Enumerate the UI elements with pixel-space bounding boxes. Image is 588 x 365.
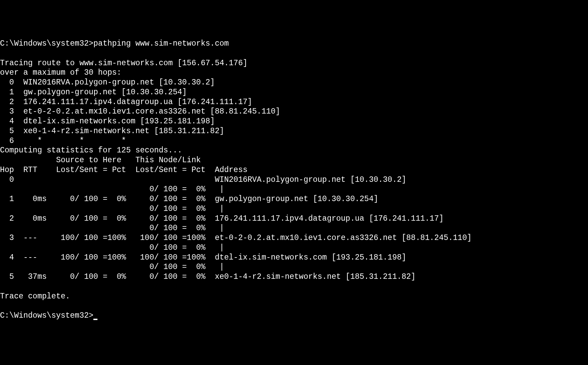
computing-line: Computing statistics for 125 seconds... bbox=[0, 146, 182, 155]
hop-line: 1 gw.polygon-group.net [10.30.30.254] bbox=[0, 88, 187, 97]
stats-row: 4 --- 100/ 100 =100% 100/ 100 =100% dtel… bbox=[0, 253, 406, 262]
max-hops: over a maximum of 30 hops: bbox=[0, 68, 121, 77]
hop-line: 3 et-0-2-0.2.at.mx10.iev1.core.as3326.ne… bbox=[0, 107, 280, 116]
stats-link: 0/ 100 = 0% | bbox=[0, 243, 224, 252]
cursor-icon bbox=[93, 319, 97, 320]
stats-row: 1 0ms 0/ 100 = 0% 0/ 100 = 0% gw.polygon… bbox=[0, 195, 378, 203]
stats-link: 0/ 100 = 0% | bbox=[0, 204, 224, 213]
stats-row: 3 --- 100/ 100 =100% 100/ 100 =100% et-0… bbox=[0, 234, 472, 242]
hop-line: 2 176.241.111.17.ipv4.datagroup.ua [176.… bbox=[0, 98, 252, 106]
command-text: pathping www.sim-networks.com bbox=[93, 39, 229, 48]
stats-row: 2 0ms 0/ 100 = 0% 0/ 100 = 0% 176.241.11… bbox=[0, 214, 444, 223]
trace-header: Tracing route to www.sim-networks.com [1… bbox=[0, 59, 248, 68]
stats-header: Source to Here This Node/Link bbox=[0, 156, 201, 165]
prompt: C:\Windows\system32> bbox=[0, 311, 93, 320]
hop-line: 4 dtel-ix.sim-networks.com [193.25.181.1… bbox=[0, 117, 215, 126]
hop-line: 5 xe0-1-4-r2.sim-networks.net [185.31.21… bbox=[0, 127, 224, 136]
terminal-output[interactable]: C:\Windows\system32>pathping www.sim-net… bbox=[0, 39, 588, 321]
stats-row: 0 WIN2016RVA.polygon-group.net [10.30.30… bbox=[0, 175, 406, 184]
hop-line: 6 * * * bbox=[0, 137, 126, 145]
hop-line: 0 WIN2016RVA.polygon-group.net [10.30.30… bbox=[0, 78, 215, 87]
stats-link: 0/ 100 = 0% | bbox=[0, 185, 224, 194]
stats-link: 0/ 100 = 0% | bbox=[0, 224, 224, 233]
stats-header: Hop RTT Lost/Sent = Pct Lost/Sent = Pct … bbox=[0, 166, 248, 174]
prompt: C:\Windows\system32> bbox=[0, 39, 93, 48]
trace-complete: Trace complete. bbox=[0, 292, 70, 301]
stats-row: 5 37ms 0/ 100 = 0% 0/ 100 = 0% xe0-1-4-r… bbox=[0, 272, 415, 281]
stats-link: 0/ 100 = 0% | bbox=[0, 263, 224, 271]
